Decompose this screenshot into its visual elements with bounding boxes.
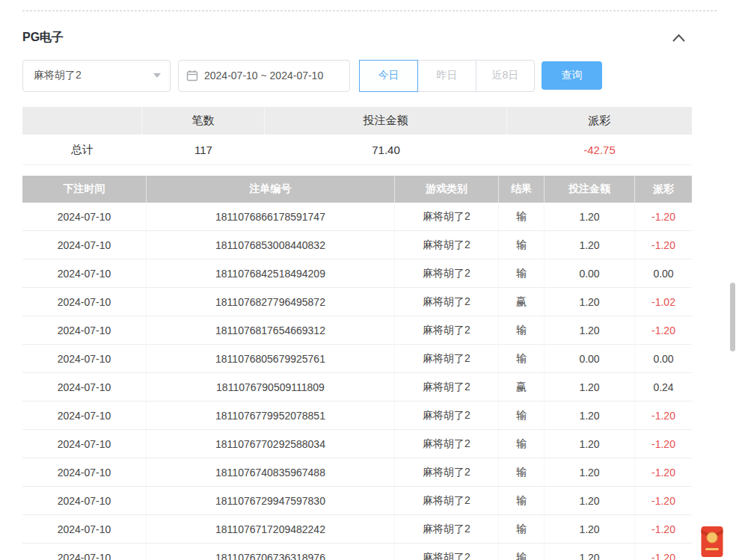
filter-bar: 麻将胡了2 2024-07-10 ~ 2024-07-10 今日 昨日 近8日 … [22,59,602,92]
cell-payout: -1.02 [635,288,692,316]
vertical-scrollbar-thumb[interactable] [730,283,735,351]
cell-game-category: 麻将胡了2 [395,288,499,316]
cell-bet-time: 2024-07-10 [22,345,147,372]
cell-result: 赢 [499,373,545,401]
cell-result: 输 [499,345,545,372]
summary-header-count: 笔数 [142,107,265,135]
cell-order-id: 1811076805679925761 [147,345,395,372]
cell-payout: 0.24 [635,373,692,401]
summary-payout-value: -42.75 [507,135,692,164]
cell-bet-amount: 1.20 [545,458,635,486]
cell-order-id: 1811076779952078851 [147,401,395,429]
summary-table: 笔数 投注金额 派彩 总计 117 71.40 -42.75 [22,107,692,165]
summary-table-header: 笔数 投注金额 派彩 [22,107,692,135]
cell-game-category: 麻将胡了2 [395,544,499,560]
table-row: 2024-07-10 1811076827796495872 麻将胡了2 赢 1… [22,288,692,316]
cell-bet-amount: 0.00 [545,259,635,287]
section-title: PG电子 [22,30,64,46]
header-result: 结果 [499,176,545,203]
cell-order-id: 1811076729947597830 [147,487,395,514]
cell-payout: -1.20 [635,231,692,259]
cell-payout: -1.20 [635,487,692,514]
red-packet-icon[interactable] [701,526,723,558]
cell-game-category: 麻将胡了2 [395,316,499,344]
collapse-chevron-up-icon[interactable] [672,34,685,42]
summary-header-bet: 投注金额 [265,107,507,135]
table-row: 2024-07-10 1811076779952078851 麻将胡了2 输 1… [22,401,692,430]
cell-game-category: 麻将胡了2 [395,430,499,458]
header-bet-amount: 投注金额 [545,176,635,203]
cell-bet-time: 2024-07-10 [22,544,147,560]
cell-order-id: 1811076740835967488 [147,458,395,486]
caret-down-icon [153,73,161,78]
cell-bet-time: 2024-07-10 [22,373,147,401]
cell-payout: -1.20 [635,458,692,486]
cell-bet-time: 2024-07-10 [22,487,147,514]
cell-payout: -1.20 [635,203,692,230]
table-row: 2024-07-10 1811076853008440832 麻将胡了2 输 1… [22,231,692,259]
cell-bet-time: 2024-07-10 [22,288,147,316]
cell-order-id: 1811076842518494209 [147,259,395,287]
cell-bet-time: 2024-07-10 [22,203,147,230]
cell-game-category: 麻将胡了2 [395,515,499,543]
cell-payout: 0.00 [635,259,692,287]
table-row: 2024-07-10 1811076729947597830 麻将胡了2 输 1… [22,487,692,515]
cell-game-category: 麻将胡了2 [395,203,499,230]
summary-total-row: 总计 117 71.40 -42.75 [22,135,692,165]
cell-order-id: 1811076790509111809 [147,373,395,401]
cell-bet-amount: 1.20 [545,316,635,344]
summary-header-payout: 派彩 [507,107,692,135]
cell-order-id: 1811076817654669312 [147,316,395,344]
cell-result: 输 [499,401,545,429]
game-select-value: 麻将胡了2 [34,69,82,82]
summary-total-label: 总计 [22,135,142,164]
summary-bet-value: 71.40 [265,135,507,164]
quick-range-button[interactable]: 今日 [359,60,418,92]
table-row: 2024-07-10 1811076842518494209 麻将胡了2 输 0… [22,259,692,288]
cell-bet-amount: 1.20 [545,544,635,560]
cell-bet-amount: 1.20 [545,288,635,316]
cell-result: 输 [499,430,545,458]
cell-payout: -1.20 [635,515,692,543]
game-select[interactable]: 麻将胡了2 [22,60,171,92]
table-row: 2024-07-10 1811076770292588034 麻将胡了2 输 1… [22,430,692,458]
header-payout: 派彩 [635,176,692,203]
table-row: 2024-07-10 1811076790509111809 麻将胡了2 赢 1… [22,373,692,401]
cell-result: 输 [499,203,545,230]
query-button[interactable]: 查询 [542,61,602,90]
cell-game-category: 麻将胡了2 [395,345,499,372]
cell-bet-time: 2024-07-10 [22,515,147,543]
date-range-value: 2024-07-10 ~ 2024-07-10 [204,70,323,81]
summary-count-value: 117 [142,135,265,164]
top-dashed-divider [22,10,717,11]
table-row: 2024-07-10 1811076805679925761 麻将胡了2 输 0… [22,345,692,373]
cell-order-id: 1811076853008440832 [147,231,395,259]
cell-order-id: 1811076770292588034 [147,430,395,458]
bet-records-header: 下注时间 注单编号 游戏类别 结果 投注金额 派彩 [22,176,692,203]
cell-order-id: 1811076866178591747 [147,203,395,230]
bet-records-table: 下注时间 注单编号 游戏类别 结果 投注金额 派彩 2024-07-10 181… [22,176,692,560]
header-bet-time: 下注时间 [22,176,147,203]
cell-bet-amount: 1.20 [545,401,635,429]
date-range-picker[interactable]: 2024-07-10 ~ 2024-07-10 [178,60,350,92]
quick-range-button[interactable]: 近8日 [476,60,535,92]
cell-bet-time: 2024-07-10 [22,316,147,344]
header-game-category: 游戏类别 [395,176,499,203]
cell-order-id: 1811076706736318976 [147,544,395,560]
quick-range-group: 今日 昨日 近8日 [360,60,535,92]
cell-bet-amount: 1.20 [545,430,635,458]
cell-bet-amount: 1.20 [545,373,635,401]
cell-result: 输 [499,544,545,560]
cell-game-category: 麻将胡了2 [395,487,499,514]
cell-payout: 0.00 [635,345,692,372]
page: PG电子 麻将胡了2 2024-07-10 ~ 2024-07-10 今日 昨日… [0,0,736,560]
calendar-icon [186,70,198,81]
quick-range-button[interactable]: 昨日 [417,60,476,92]
table-row: 2024-07-10 1811076717209482242 麻将胡了2 输 1… [22,515,692,544]
cell-result: 输 [499,487,545,514]
cell-bet-time: 2024-07-10 [22,401,147,429]
cell-result: 输 [499,316,545,344]
cell-payout: -1.20 [635,544,692,560]
cell-bet-time: 2024-07-10 [22,458,147,486]
cell-bet-amount: 1.20 [545,203,635,230]
